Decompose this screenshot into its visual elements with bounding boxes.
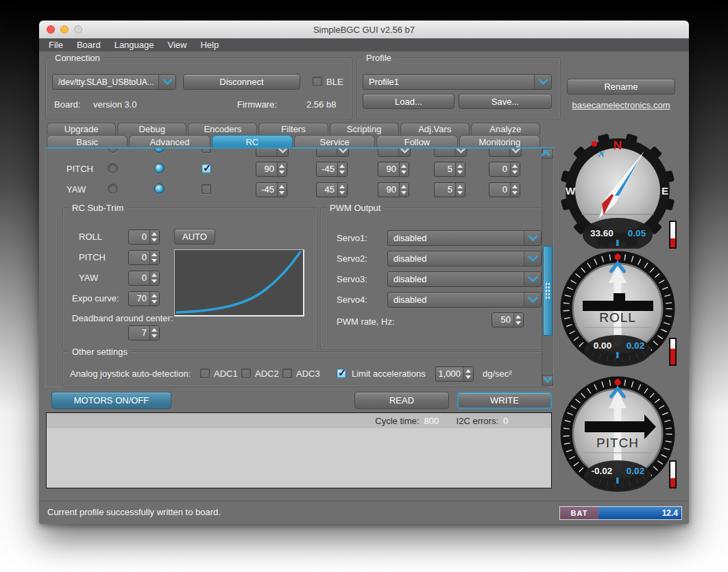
roll-combo-4[interactable] xyxy=(434,149,467,157)
chevron-box[interactable] xyxy=(524,231,541,245)
roll-combo-5[interactable] xyxy=(489,149,522,157)
yaw-spin-1[interactable]: -45 xyxy=(256,182,287,197)
chevron-box[interactable] xyxy=(524,272,541,286)
roll-combo-2[interactable] xyxy=(316,149,349,157)
ble-checkbox[interactable] xyxy=(313,77,322,86)
save-button[interactable]: Save... xyxy=(459,94,552,109)
menu-view[interactable]: View xyxy=(161,40,194,50)
yaw-radio-1[interactable] xyxy=(108,184,118,194)
roll-combo-1[interactable] xyxy=(256,149,289,157)
spinner-stepper[interactable] xyxy=(399,162,409,176)
tab-advanced[interactable]: Advanced xyxy=(129,135,210,148)
adc3-checkbox[interactable] xyxy=(282,369,292,378)
adc2-checkbox[interactable] xyxy=(241,369,251,378)
tab-filters[interactable]: Filters xyxy=(258,123,328,135)
disconnect-button[interactable]: Disconnect xyxy=(183,74,300,90)
spinner-stepper[interactable] xyxy=(510,162,520,176)
chevron-box[interactable] xyxy=(158,75,175,89)
tab-upgrade[interactable]: Upgrade xyxy=(47,123,116,135)
scroll-down-button[interactable] xyxy=(542,375,553,386)
close-window-button[interactable] xyxy=(47,25,55,34)
servo1-select[interactable]: disabled xyxy=(387,230,542,246)
servo3-select[interactable]: disabled xyxy=(387,271,542,287)
tab-debug[interactable]: Debug xyxy=(117,123,186,135)
spinner-stepper[interactable] xyxy=(149,271,159,285)
tab-scripting[interactable]: Scripting xyxy=(330,123,399,135)
yaw-spin-5[interactable]: 0 xyxy=(489,182,520,197)
servo2-select[interactable]: disabled xyxy=(387,251,542,266)
spinner-stepper[interactable] xyxy=(149,292,159,306)
adc1-checkbox[interactable] xyxy=(200,369,210,378)
tab-monitoring[interactable]: Monitoring xyxy=(459,135,540,148)
load-button[interactable]: Load... xyxy=(363,94,454,109)
roll-combo-3[interactable] xyxy=(378,149,411,157)
chevron-box[interactable] xyxy=(524,251,541,266)
tab-service[interactable]: Service xyxy=(294,135,375,148)
menu-board[interactable]: Board xyxy=(70,40,108,50)
pitch-spin-2[interactable]: -45 xyxy=(316,162,348,177)
pwm-rate-spinner[interactable]: 50 xyxy=(492,312,524,327)
spinner-stepper[interactable] xyxy=(337,183,347,197)
spinner-stepper[interactable] xyxy=(277,162,287,176)
yaw-spin-2[interactable]: 45 xyxy=(316,182,348,197)
spinner-stepper[interactable] xyxy=(463,367,473,381)
subtrim-roll-spinner[interactable]: 0 xyxy=(128,229,160,245)
servo4-select[interactable]: disabled xyxy=(387,292,542,308)
yaw-spin-4[interactable]: 5 xyxy=(434,182,465,197)
expo-curve-spinner[interactable]: 70 xyxy=(128,291,160,306)
spinner-stepper[interactable] xyxy=(149,326,159,340)
serial-port-select[interactable]: /dev/tty.SLAB_USBtoUA... xyxy=(52,74,176,90)
spinner-stepper[interactable] xyxy=(149,230,159,244)
spinner-stepper[interactable] xyxy=(399,183,409,197)
yaw-spin-3[interactable]: 90 xyxy=(378,182,409,197)
pitch-radio-1[interactable] xyxy=(108,163,118,173)
minimize-window-button[interactable] xyxy=(60,25,69,34)
basecam-link[interactable]: basecamelectronics.com xyxy=(567,100,675,110)
zoom-window-button[interactable] xyxy=(74,25,82,34)
accel-limit-spinner[interactable]: 1,000 xyxy=(435,366,474,382)
panel-scrollbar[interactable] xyxy=(542,149,553,386)
roll-checkbox[interactable] xyxy=(202,149,211,153)
deadband-spinner[interactable]: 7 xyxy=(128,325,160,340)
roll-radio-2[interactable] xyxy=(154,149,165,153)
subtrim-yaw-spinner[interactable]: 0 xyxy=(128,271,160,286)
roll-radio-1[interactable] xyxy=(108,149,118,153)
tab-rc[interactable]: RC xyxy=(212,135,293,148)
menu-file[interactable]: File xyxy=(42,40,70,50)
auto-button[interactable]: AUTO xyxy=(174,229,215,245)
limit-accel-checkbox[interactable] xyxy=(337,369,346,378)
tab-basic[interactable]: Basic xyxy=(47,135,128,148)
menu-language[interactable]: Language xyxy=(108,40,161,50)
profile-select[interactable]: Profile1 xyxy=(363,74,552,90)
pitch-spin-1[interactable]: 90 xyxy=(256,162,287,177)
spinner-stepper[interactable] xyxy=(337,162,347,176)
tab-adjvars[interactable]: Adj.Vars xyxy=(400,123,470,135)
read-button[interactable]: READ xyxy=(354,392,449,409)
tab-encoders[interactable]: Encoders xyxy=(188,123,257,135)
spinner-stepper[interactable] xyxy=(277,183,287,197)
spinner-stepper[interactable] xyxy=(513,313,523,327)
chevron-box[interactable] xyxy=(524,293,541,307)
pitch-spin-5[interactable]: 0 xyxy=(489,162,520,177)
spinner-stepper[interactable] xyxy=(510,183,520,197)
tab-analyze[interactable]: Analyze xyxy=(471,123,540,135)
spinner-stepper[interactable] xyxy=(149,251,159,264)
tab-follow[interactable]: Follow xyxy=(376,135,457,148)
chevron-box[interactable] xyxy=(534,75,551,89)
menu-help[interactable]: Help xyxy=(193,40,226,50)
subtrim-pitch-spinner[interactable]: 0 xyxy=(128,250,160,265)
pitch-spin-3[interactable]: 90 xyxy=(378,162,409,177)
spinner-stepper[interactable] xyxy=(455,162,465,176)
motors-on-off-button[interactable]: MOTORS ON/OFF xyxy=(51,392,171,409)
yaw-radio-2[interactable] xyxy=(154,184,165,194)
pitch-invert-checkbox[interactable] xyxy=(202,164,211,173)
pitch-radio-2[interactable] xyxy=(154,163,165,173)
spinner-stepper[interactable] xyxy=(455,183,465,197)
scrollbar-thumb[interactable] xyxy=(543,246,553,336)
scroll-up-button[interactable] xyxy=(542,149,553,159)
write-button[interactable]: WRITE xyxy=(457,392,552,409)
rename-button[interactable]: Rename xyxy=(567,79,675,95)
yaw-invert-checkbox[interactable] xyxy=(202,184,211,194)
pitch-spin-4[interactable]: 5 xyxy=(434,162,465,177)
limit-accel-label: Limit accelerations xyxy=(352,369,426,379)
